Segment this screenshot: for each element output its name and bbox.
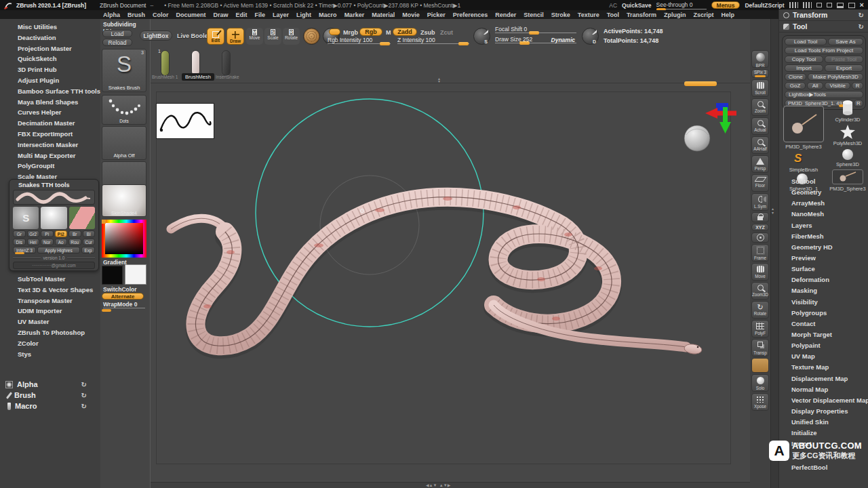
sidebar-item[interactable]: Maya Blend Shapes (0, 97, 100, 108)
m-toggle[interactable]: M (386, 29, 391, 36)
stroke-knob[interactable]: S (473, 28, 490, 45)
gradient-label[interactable]: Gradient (103, 259, 127, 266)
snake-preview-thumb[interactable] (13, 190, 95, 205)
move-button[interactable]: M Move (246, 28, 263, 45)
actual-button[interactable]: Actual (751, 117, 769, 135)
pivot-button[interactable] (751, 232, 769, 243)
snakes-panel-title[interactable]: Snakes TTH tools (13, 182, 95, 188)
menu-item[interactable]: File (255, 12, 266, 18)
polyf-button[interactable]: PolyF (751, 320, 769, 338)
aahalf-button[interactable]: AAHalf (751, 136, 769, 154)
snakes-mini-button[interactable]: Gr (13, 230, 26, 237)
load-tool-button[interactable]: Load Tool (785, 38, 827, 45)
rgb-toggle[interactable]: Rgb (359, 28, 382, 36)
right-tray-toggle-icon[interactable] (803, 2, 812, 8)
panel-pop2-icon[interactable] (827, 3, 832, 7)
tool-section-item[interactable]: Surface (779, 264, 868, 274)
menu-item[interactable]: Alpha (103, 12, 120, 18)
tool-section-item[interactable]: Morph Target (779, 329, 868, 340)
floor-button[interactable]: Floor (751, 174, 769, 192)
draw-size-slider[interactable]: Draw Size 252 Dynamic (495, 36, 576, 43)
current-stroke-thumb[interactable]: Dots (102, 95, 146, 125)
tool-section-item[interactable]: Vector Displacement Map (779, 395, 868, 406)
transform-refresh-icon[interactable]: ↻ (859, 12, 864, 19)
main-color-swatch[interactable] (102, 266, 123, 285)
copy-tool-button[interactable]: Copy Tool (785, 56, 823, 63)
menu-item[interactable]: Marker (344, 12, 365, 18)
tool-section-item[interactable]: UV Map (779, 351, 868, 362)
zsub-toggle[interactable]: Zsub (420, 29, 435, 36)
tray-brush-selected[interactable] (191, 50, 200, 76)
picker-corner-chip[interactable] (102, 220, 106, 224)
tool-section-item[interactable]: ArrayMesh (779, 198, 868, 209)
transform-palette-header[interactable]: Transform ↻ (779, 9, 868, 21)
restore-button[interactable] (848, 3, 855, 8)
snakes-mini-button[interactable]: Pi2 (55, 230, 68, 237)
menu-item[interactable]: Brush (127, 12, 145, 18)
cylinder3d-thumb[interactable] (839, 99, 856, 118)
lsym-button[interactable]: L.Sym (751, 193, 769, 211)
lightbox-tools-button[interactable]: Lightbox▶Tools (785, 91, 863, 98)
sidebar-item[interactable]: Projection Master (0, 43, 100, 54)
right-tray-handle[interactable]: ▴▾ (772, 207, 774, 215)
sphere3d-thumb[interactable] (842, 149, 853, 160)
wrapmode-slider[interactable]: WrapMode 0 (103, 301, 145, 308)
depth-knob[interactable]: D (582, 28, 599, 45)
tool-section-item[interactable]: Subtool (779, 176, 868, 187)
tool-section-item[interactable]: Layers (779, 220, 868, 231)
menus-button[interactable]: Menus (711, 1, 741, 9)
snakes-mini-button[interactable]: Cur (83, 239, 96, 245)
tool-refresh-icon[interactable]: ↻ (859, 23, 864, 30)
snakes-mini-button[interactable]: Ao (55, 239, 68, 245)
menu-item[interactable]: Help (722, 12, 735, 18)
menu-item[interactable]: Picker (427, 12, 446, 18)
intenz-nub[interactable] (15, 252, 24, 254)
menu-item[interactable]: Macro (319, 12, 337, 18)
tool-section-item[interactable]: Visibility (779, 297, 868, 308)
tool-section-item[interactable]: Unified Skin (779, 417, 868, 428)
tool-section-item[interactable]: Polypaint (779, 340, 868, 351)
tool-palette-header[interactable]: Tool ↻ (779, 21, 868, 33)
frame-button[interactable]: Frame (751, 244, 769, 262)
load-button[interactable]: Load (102, 30, 132, 37)
snakes-mini-button[interactable]: Bl (83, 230, 96, 237)
color-picker[interactable] (102, 220, 146, 258)
save-as-button[interactable]: Save As (828, 38, 863, 45)
sidebar-item[interactable]: SubTool Master (0, 274, 100, 285)
mrgb-toggle[interactable]: Mrgb (343, 29, 358, 36)
close-button[interactable]: × (860, 2, 864, 8)
secondary-color-swatch[interactable] (125, 264, 146, 285)
snakes-mini-button[interactable]: Gr2 (27, 230, 40, 237)
snakes-brush-thumb[interactable]: S (13, 207, 39, 229)
tool-section-item[interactable]: FiberMesh (779, 231, 868, 242)
z-intensity-slider[interactable]: Z Intensity 100 (397, 37, 469, 44)
polymesh3d-thumb[interactable] (840, 125, 855, 141)
sidebar-item[interactable]: Decimation Master (0, 118, 100, 129)
scale-button[interactable]: S Scale (264, 28, 281, 45)
sidebar-item[interactable]: FBX ExportImport (0, 129, 100, 140)
zoom-button[interactable]: Zoom (751, 98, 769, 116)
draw-size-nub[interactable] (519, 41, 530, 45)
menu-item[interactable]: Draw (214, 12, 229, 18)
simplebrush-thumb[interactable]: S (794, 152, 802, 165)
edit-button[interactable]: Edit (207, 28, 224, 45)
alternate-button[interactable]: Alternate (102, 293, 144, 300)
rgb-intensity-nub[interactable] (380, 42, 390, 45)
rotate3d-button[interactable]: ↻Rotate (751, 301, 769, 319)
goz-all-button[interactable]: All (807, 82, 823, 89)
spix-slider[interactable]: SPix 3 (751, 69, 769, 78)
tool-section-item[interactable]: Normal Map (779, 384, 868, 395)
selected-tool-thumb[interactable] (783, 106, 824, 142)
goz-visible-button[interactable]: Visible (825, 82, 850, 89)
transp-button[interactable]: Transp (751, 339, 769, 357)
sidebar-item[interactable]: ZColor (0, 338, 100, 349)
current-brush-thumb[interactable]: S 3 Snakes Brush (102, 49, 146, 92)
rgb-intensity-slider[interactable]: Rgb Intensity 100 (328, 37, 391, 44)
switchcolor-button[interactable]: SwitchColor (103, 286, 137, 293)
tool-section-item[interactable]: Display Properties (779, 406, 868, 417)
sidebar-item[interactable]: Stys (0, 349, 100, 360)
reload-button[interactable]: Reload (102, 39, 132, 46)
sidebar-item[interactable]: 3D Print Hub (0, 64, 100, 75)
persp-button[interactable]: Persp (751, 155, 769, 173)
current-alpha-thumb[interactable]: Alpha Off (102, 126, 146, 160)
